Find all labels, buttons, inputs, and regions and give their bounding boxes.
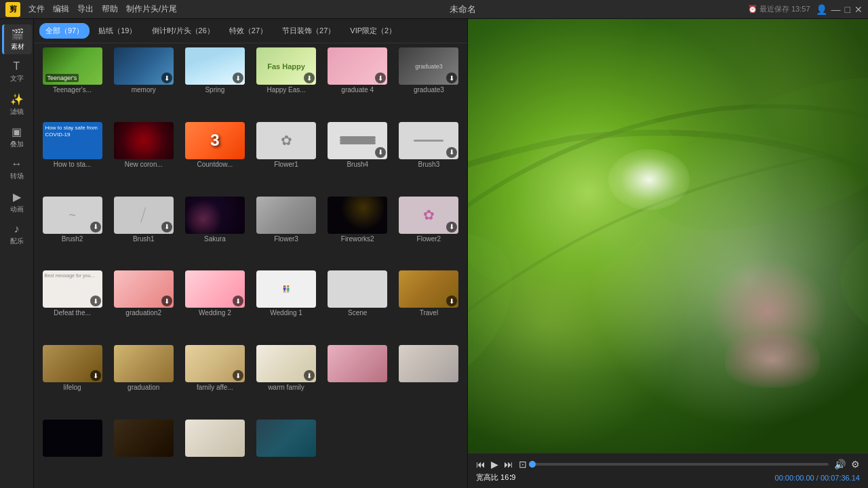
list-item[interactable]: ⬇ memory (109, 47, 178, 119)
download-icon[interactable]: ⬇ (90, 222, 101, 232)
list-item[interactable]: ⬇ Travel (395, 270, 463, 342)
download-icon[interactable]: ⬇ (90, 370, 101, 381)
thumb-label: Happy Eas... (267, 86, 305, 94)
progress-dot[interactable] (529, 461, 536, 468)
list-item[interactable]: Best message for you... ⬇ Defeat the... (38, 270, 106, 342)
list-item[interactable] (38, 420, 106, 484)
download-icon[interactable]: ⬇ (446, 296, 457, 306)
fullscreen-button[interactable]: ⊡ (519, 459, 527, 470)
list-item[interactable]: graduation (109, 345, 178, 417)
thumb-label: Countdow... (197, 161, 233, 168)
thumb-label: New coron... (125, 161, 163, 168)
download-icon[interactable]: ⬇ (161, 222, 172, 232)
list-item[interactable] (395, 345, 463, 417)
tab-all[interactable]: 全部（97） (39, 23, 90, 39)
sidebar-label-music: 配乐 (10, 237, 24, 246)
download-icon[interactable]: ⬇ (233, 73, 243, 83)
thumb-label: Brush1 (133, 235, 155, 243)
sidebar-item-music[interactable]: ♪ 配乐 (2, 220, 32, 249)
list-item[interactable]: ⬇ Brush3 (395, 122, 463, 194)
thumb-label: Flower1 (274, 161, 298, 168)
list-item[interactable]: graduate3 ⬇ graduate3 (395, 47, 463, 119)
thumb-label: graduate3 (414, 86, 444, 94)
download-icon[interactable]: ⬇ (304, 73, 315, 83)
download-icon[interactable]: ⬇ (233, 296, 243, 306)
menu-title[interactable]: 制作片头/片尾 (126, 3, 177, 15)
list-item[interactable] (252, 420, 320, 484)
menu-export[interactable]: 导出 (77, 3, 94, 15)
tab-vip[interactable]: VIP限定（2） (344, 23, 402, 39)
thumb-label: Travel (420, 309, 438, 317)
titlebar: 剪 文件 编辑 导出 帮助 制作片头/片尾 未命名 ⏰ 最近保存 13:57 👤… (0, 0, 868, 19)
next-frame-button[interactable]: ⏭ (504, 459, 513, 470)
user-icon[interactable]: 👤 (816, 4, 827, 15)
download-icon[interactable]: ⬇ (375, 147, 386, 158)
list-item[interactable]: ⬇ warm family (252, 345, 320, 417)
media-tabs: 全部（97） 贴纸（19） 倒计时/片头（26） 特效（27） 节日装饰（27）… (34, 19, 467, 43)
svg-point-3 (831, 214, 868, 363)
list-item[interactable] (180, 420, 249, 484)
list-item[interactable]: ⬇ graduate 4 (323, 47, 392, 119)
tab-holiday[interactable]: 节日装饰（27） (276, 23, 341, 39)
sidebar-item-filter[interactable]: ✨ 滤镜 (2, 89, 32, 119)
list-item[interactable]: ✿ Flower1 (252, 122, 320, 194)
close-button[interactable]: ✕ (854, 4, 863, 15)
prev-frame-button[interactable]: ⏮ (476, 459, 486, 470)
preview-canvas (468, 19, 868, 453)
list-item[interactable]: ✿ ⬇ Flower2 (395, 197, 463, 268)
sidebar-item-effects[interactable]: ▣ 叠加 (2, 122, 32, 152)
download-icon[interactable]: ⬇ (161, 296, 172, 306)
list-item[interactable]: Fireworks2 (323, 197, 392, 268)
tab-sticker[interactable]: 贴纸（19） (92, 23, 142, 39)
thumb-label: graduation (127, 384, 159, 391)
menu-edit[interactable]: 编辑 (53, 3, 69, 15)
list-item[interactable]: ⬇ Wedding 2 (180, 270, 249, 342)
list-item[interactable]: Teenager's Teenager's... (38, 47, 106, 119)
list-item[interactable]: ⬇ family affe... (180, 345, 249, 417)
play-button[interactable]: ▶ (491, 459, 498, 470)
download-icon[interactable]: ⬇ (161, 73, 172, 83)
tab-countdown[interactable]: 倒计时/片头（26） (146, 23, 220, 39)
download-icon[interactable]: ⬇ (304, 370, 315, 381)
sidebar-item-text[interactable]: T 文字 (2, 57, 32, 87)
list-item[interactable]: Scene (323, 270, 392, 342)
progress-bar[interactable] (532, 463, 829, 466)
list-item[interactable]: ~ ⬇ Brush2 (38, 197, 106, 268)
list-item[interactable]: Fas Happy ⬇ Happy Eas... (252, 47, 320, 119)
aspect-ratio: 宽高比 16∶9 (476, 472, 515, 483)
minimize-button[interactable]: — (831, 4, 841, 15)
list-item[interactable]: ⬇ Spring (180, 47, 249, 119)
list-item[interactable]: Sakura (180, 197, 249, 268)
menu-help[interactable]: 帮助 (102, 3, 118, 15)
list-item[interactable]: ⬇ graduation2 (109, 270, 178, 342)
list-item[interactable] (109, 420, 178, 484)
list-item[interactable] (323, 345, 392, 417)
list-item[interactable]: ⬇ Brush4 (323, 122, 392, 194)
sidebar-item-motion[interactable]: ▶ 动画 (2, 187, 32, 217)
menu-file[interactable]: 文件 (28, 3, 45, 15)
sidebar-item-assets[interactable]: 🎬 素材 (2, 24, 32, 54)
timecode-total: 00:07:36.14 (821, 474, 860, 482)
maximize-button[interactable]: □ (845, 4, 850, 15)
sidebar: 🎬 素材 T 文字 ✨ 滤镜 ▣ 叠加 ↔ 转场 ▶ 动画 ♪ 配乐 (0, 19, 34, 488)
sidebar-item-transition[interactable]: ↔ 转场 (2, 155, 32, 184)
volume-icon[interactable]: 🔊 (834, 459, 846, 470)
download-icon[interactable]: ⬇ (90, 296, 101, 306)
thumb-label: family affe... (197, 384, 233, 391)
list-item[interactable]: ⬇ lifelog (38, 345, 106, 417)
download-icon[interactable]: ⬇ (233, 370, 243, 381)
list-item[interactable]: 👫 Wedding 1 (252, 270, 320, 342)
settings-icon[interactable]: ⚙ (851, 459, 860, 470)
thumb-label: lifelog (64, 384, 81, 391)
list-item[interactable]: New coron... (109, 122, 178, 194)
thumb-label: How to sta... (54, 161, 92, 168)
list-item[interactable]: How to stay safe from COVID-19 How to st… (38, 122, 106, 194)
sidebar-label-text: 文字 (10, 74, 24, 83)
list-item[interactable]: 3 Countdow... (180, 122, 249, 194)
tab-effects[interactable]: 特效（27） (223, 23, 273, 39)
preview-controls: ⏮ ▶ ⏭ ⊡ 🔊 ⚙ 宽高比 16∶9 00:00:00.00 (468, 453, 868, 488)
list-item[interactable]: Flower3 (252, 197, 320, 268)
list-item[interactable]: ╱ ⬇ Brush1 (109, 197, 178, 268)
sidebar-label-effects: 叠加 (10, 140, 24, 149)
download-icon[interactable]: ⬇ (446, 222, 457, 232)
